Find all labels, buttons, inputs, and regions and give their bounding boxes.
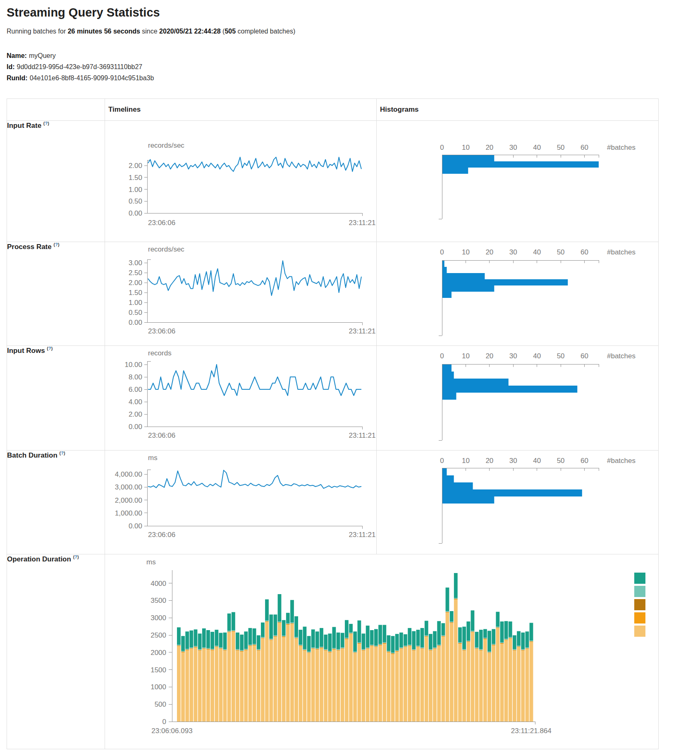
stats-header-row: Timelines Histograms xyxy=(7,99,659,121)
svg-text:23:11:21.864: 23:11:21.864 xyxy=(511,727,552,735)
completed-batches-count: 505 xyxy=(225,28,236,35)
query-id-label: Id: xyxy=(7,63,15,70)
input-rows-row: Input Rows (?) records10.008.006.004.002… xyxy=(7,346,659,451)
svg-text:60: 60 xyxy=(581,248,588,256)
svg-text:1.00: 1.00 xyxy=(129,186,142,194)
svg-text:2.00: 2.00 xyxy=(129,410,142,418)
batch-duration-help-icon[interactable]: (?) xyxy=(60,451,65,456)
batch-duration-row: Batch Duration (?) ms4,000.003,000.002,0… xyxy=(7,451,659,554)
operation-duration-label-cell: Operation Duration (?) xyxy=(7,554,105,749)
operation-duration-help-icon[interactable]: (?) xyxy=(73,554,79,559)
svg-text:30: 30 xyxy=(509,457,517,465)
svg-text:60: 60 xyxy=(581,352,588,360)
svg-text:40: 40 xyxy=(533,457,541,465)
svg-text:1.50: 1.50 xyxy=(129,289,142,297)
input-rows-timeline-chart: records10.008.006.004.002.000.0023:06:06… xyxy=(105,346,376,450)
svg-text:60: 60 xyxy=(581,144,588,151)
operation-duration-legend xyxy=(634,573,645,639)
input-rows-label-cell: Input Rows (?) xyxy=(7,346,105,451)
input-rate-timeline-chart: records/sec2.001.501.000.500.0023:06:062… xyxy=(105,121,376,242)
svg-text:20: 20 xyxy=(485,352,493,360)
batch-duration-label: Batch Duration xyxy=(7,451,57,459)
input-rate-help-icon[interactable]: (?) xyxy=(43,121,49,126)
svg-text:1.00: 1.00 xyxy=(129,299,142,307)
svg-text:2,000.00: 2,000.00 xyxy=(115,496,142,504)
summary-suffix: completed batches) xyxy=(236,28,295,35)
svg-text:0.50: 0.50 xyxy=(129,309,142,317)
svg-text:3,000.00: 3,000.00 xyxy=(115,483,142,491)
svg-text:ms: ms xyxy=(148,454,158,462)
batch-duration-histogram-chart: 0102030405060#batches xyxy=(377,451,658,554)
svg-text:4000: 4000 xyxy=(151,580,166,588)
svg-text:3.00: 3.00 xyxy=(129,259,142,267)
svg-text:0.00: 0.00 xyxy=(129,319,142,326)
svg-text:2.50: 2.50 xyxy=(129,269,142,277)
batch-duration-timeline-chart: ms4,000.003,000.002,000.001,000.000.0023… xyxy=(105,451,376,554)
input-rows-histogram-chart: 0102030405060#batches xyxy=(377,346,658,450)
query-name-label: Name: xyxy=(7,52,27,59)
process-rate-help-icon[interactable]: (?) xyxy=(53,242,59,247)
legend-swatch-icon xyxy=(634,586,645,597)
operation-duration-stacked-chart: ms4000350030002500200015001000500023:06:… xyxy=(105,554,658,749)
operation-duration-row: Operation Duration (?) ms400035003000250… xyxy=(7,554,659,749)
process-rate-label-cell: Process Rate (?) xyxy=(7,242,105,346)
svg-text:10.00: 10.00 xyxy=(124,361,142,369)
running-batches-summary: Running batches for 26 minutes 56 second… xyxy=(7,28,693,35)
svg-text:0: 0 xyxy=(440,248,444,256)
svg-text:6.00: 6.00 xyxy=(129,386,142,393)
input-rate-label-cell: Input Rate (?) xyxy=(7,121,105,242)
input-rows-help-icon[interactable]: (?) xyxy=(47,346,53,351)
query-id-value: 9d0dd219-995d-423e-b97d-36931110bb27 xyxy=(17,63,143,70)
running-duration: 26 minutes 56 seconds xyxy=(68,28,140,35)
empty-header-cell xyxy=(7,99,105,121)
svg-text:10: 10 xyxy=(462,144,470,151)
input-rows-label: Input Rows xyxy=(7,347,45,355)
query-runid-label: RunId: xyxy=(7,74,28,82)
svg-text:0.00: 0.00 xyxy=(129,209,142,217)
svg-text:23:06:06.093: 23:06:06.093 xyxy=(151,727,192,735)
summary-since: since xyxy=(140,28,159,35)
svg-text:2000: 2000 xyxy=(151,649,166,657)
svg-text:50: 50 xyxy=(557,352,565,360)
svg-text:20: 20 xyxy=(485,248,493,256)
svg-text:2.00: 2.00 xyxy=(129,162,142,170)
svg-text:50: 50 xyxy=(557,248,565,256)
svg-text:40: 40 xyxy=(533,352,541,360)
svg-text:records/sec: records/sec xyxy=(148,245,184,253)
query-meta: Name:myQuery Id:9d0dd219-995d-423e-b97d-… xyxy=(7,50,693,84)
svg-text:0: 0 xyxy=(440,457,444,465)
svg-text:1500: 1500 xyxy=(151,666,166,674)
svg-text:10: 10 xyxy=(462,248,470,256)
svg-text:1000: 1000 xyxy=(151,683,166,691)
svg-text:8.00: 8.00 xyxy=(129,373,142,381)
start-timestamp: 2020/05/21 22:44:28 xyxy=(159,28,221,35)
svg-text:50: 50 xyxy=(557,457,565,465)
query-runid-value: 04e101e6-8bf8-4165-9099-9104c951ba3b xyxy=(30,74,154,82)
svg-text:0: 0 xyxy=(440,144,444,151)
batch-duration-label-cell: Batch Duration (?) xyxy=(7,451,105,554)
svg-text:30: 30 xyxy=(509,248,517,256)
svg-text:23:11:21: 23:11:21 xyxy=(349,219,376,227)
svg-text:30: 30 xyxy=(509,144,517,151)
process-rate-label: Process Rate xyxy=(7,243,52,251)
svg-text:0.00: 0.00 xyxy=(129,522,142,530)
svg-text:500: 500 xyxy=(155,700,166,708)
svg-text:40: 40 xyxy=(533,144,541,151)
histograms-column-header: Histograms xyxy=(377,99,659,121)
svg-text:#batches: #batches xyxy=(607,457,635,465)
process-rate-histogram-chart: 0102030405060#batches xyxy=(377,242,658,345)
query-name-value: myQuery xyxy=(29,52,56,59)
timelines-column-header: Timelines xyxy=(105,99,377,121)
legend-swatch-icon xyxy=(634,599,645,610)
input-rate-label: Input Rate xyxy=(7,122,41,129)
svg-text:3500: 3500 xyxy=(151,597,166,604)
process-rate-row: Process Rate (?) records/sec3.002.502.00… xyxy=(7,242,659,346)
input-rate-histogram-chart: 0102030405060#batches xyxy=(377,121,658,242)
svg-text:0.50: 0.50 xyxy=(129,197,142,205)
svg-text:30: 30 xyxy=(509,352,517,360)
svg-text:1.50: 1.50 xyxy=(129,174,142,182)
svg-text:23:06:06: 23:06:06 xyxy=(148,531,175,539)
svg-text:23:06:06: 23:06:06 xyxy=(148,432,175,439)
svg-text:23:11:21: 23:11:21 xyxy=(349,531,376,539)
query-id-row: Id:9d0dd219-995d-423e-b97d-36931110bb27 xyxy=(7,61,693,72)
